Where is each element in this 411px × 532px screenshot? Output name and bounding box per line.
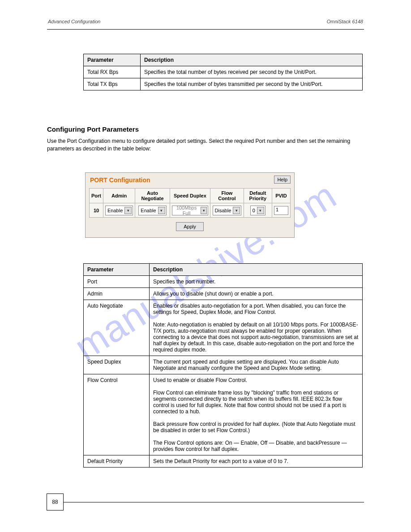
table-row: Default Priority Sets the Default Priori… (84, 455, 363, 468)
header-rule (47, 29, 364, 30)
default-priority-select[interactable]: 0 (250, 206, 265, 215)
t2-r3-v: The current port speed and duplex settin… (150, 356, 363, 374)
speed-duplex-select[interactable]: 100Mbps Full (172, 206, 208, 215)
table-row: Total TX Bps Specifies the total number … (84, 78, 363, 90)
chevron-down-icon (257, 207, 264, 214)
t1-row1-key: Total TX Bps (84, 78, 141, 90)
speed-duplex-value: 100Mbps Full (174, 205, 199, 216)
col-speed: Speed Duplex (170, 189, 210, 203)
t2-r5-v: Sets the Default Priority for each port … (150, 455, 363, 468)
t1-row0-key: Total RX Bps (84, 66, 141, 78)
t1-header-description: Description (141, 54, 363, 66)
col-prio: Default Priority (244, 189, 272, 203)
section-intro: Use the Port Configuration menu to confi… (47, 137, 363, 153)
t2-r4-v: Used to enable or disable Flow Control. … (150, 374, 363, 455)
table-row: Speed Duplex The current port speed and … (84, 356, 363, 374)
t2-header-parameter: Parameter (84, 264, 150, 276)
t2-r1-k: Admin (84, 288, 150, 300)
t2-r3-k: Speed Duplex (84, 356, 150, 374)
table-row: Port Specifies the port number. (84, 276, 363, 288)
chevron-down-icon (233, 207, 240, 214)
header-product: OmniStack 6148 (327, 19, 363, 24)
chevron-down-icon (158, 207, 165, 214)
t2-r5-k: Default Priority (84, 455, 150, 468)
admin-select-value: Enable (107, 208, 123, 213)
t1-row1-val: Specifies the total number of bytes tran… (141, 78, 363, 90)
t1-row0-val: Specifies the total number of bytes rece… (141, 66, 363, 78)
table-row: Admin Allows you to disable (shut down) … (84, 288, 363, 300)
help-button[interactable]: Help (274, 176, 291, 184)
t2-r0-v: Specifies the port number. (150, 276, 363, 288)
auto-negotiate-select[interactable]: Enable (138, 206, 166, 215)
t2-header-description: Description (150, 264, 363, 276)
col-auto: Auto Negotiate (135, 189, 170, 203)
table-row: 10 Enable Enable 100Mbps Full (90, 203, 291, 218)
port-number: 10 (94, 208, 99, 213)
admin-select[interactable]: Enable (105, 206, 133, 215)
t2-r1-v: Allows you to disable (shut down) or ena… (150, 288, 363, 300)
col-flow: Flow Control (210, 189, 244, 203)
table-row: Total RX Bps Specifies the total number … (84, 66, 363, 78)
t1-header-parameter: Parameter (84, 54, 141, 66)
default-priority-value: 0 (253, 208, 255, 213)
t2-r4-k: Flow Control (84, 374, 150, 455)
chevron-down-icon (201, 207, 207, 214)
page-number: 88 (47, 493, 64, 511)
pvid-field[interactable]: 1 (274, 206, 288, 215)
t2-r0-k: Port (84, 276, 150, 288)
port-config-title: PORT Configuration (90, 176, 150, 184)
footer-rule (63, 502, 364, 502)
port-config-panel: PORT Configuration Help Port Admin Auto … (85, 172, 295, 238)
t2-r2-v: Enables or disables auto-negotiation for… (150, 300, 363, 356)
col-admin: Admin (103, 189, 135, 203)
t2-r2-k: Auto Negotiate (84, 300, 150, 356)
table-row: Auto Negotiate Enables or disables auto-… (84, 300, 363, 356)
port-params-table: Parameter Description Port Specifies the… (83, 263, 363, 468)
table-row: Flow Control Used to enable or disable F… (84, 374, 363, 455)
chevron-down-icon (124, 207, 132, 214)
header-section-title: Advanced Configuration (48, 19, 100, 24)
col-port: Port (90, 189, 103, 203)
auto-negotiate-value: Enable (141, 208, 156, 213)
port-config-table: Port Admin Auto Negotiate Speed Duplex F… (89, 188, 291, 218)
section-title: Configuring Port Parameters (47, 125, 139, 133)
col-pvid: PVID (272, 189, 290, 203)
flow-control-select[interactable]: Disable (213, 206, 242, 215)
apply-button[interactable]: Apply (176, 222, 204, 231)
rx-tx-table: Parameter Description Total RX Bps Speci… (83, 54, 363, 90)
flow-control-value: Disable (215, 208, 231, 213)
